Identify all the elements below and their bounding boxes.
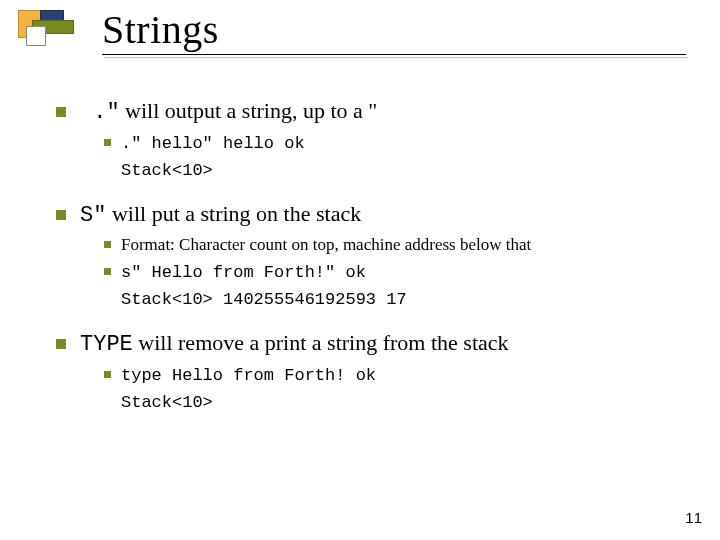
code-line: Stack<10> 140255546192593 17 xyxy=(121,289,680,312)
sub-bullet-item: ." hello" hello ok xyxy=(104,132,680,156)
bullet-text: will output a string, up to a " xyxy=(120,98,378,123)
code-line: ." hello" hello ok xyxy=(121,134,305,153)
square-bullet-icon xyxy=(104,139,111,146)
bullet-code: ." xyxy=(80,100,120,125)
sub-bullet-text: Format: Character count on top, machine … xyxy=(121,235,531,254)
square-bullet-icon xyxy=(104,268,111,275)
sub-bullet-item: Format: Character count on top, machine … xyxy=(104,234,680,257)
bullet-code: TYPE xyxy=(80,332,133,357)
code-line: Stack<10> xyxy=(121,392,680,415)
bullet-item: TYPE will remove a print a string from t… xyxy=(56,328,680,360)
square-bullet-icon xyxy=(104,241,111,248)
sub-bullet-item: s" Hello from Forth!" ok xyxy=(104,261,680,285)
square-bullet-icon xyxy=(56,339,66,349)
bullet-text: will remove a print a string from the st… xyxy=(133,330,509,355)
bullet-item: ." will output a string, up to a " xyxy=(56,96,680,128)
code-line: Stack<10> xyxy=(121,160,680,183)
slide: Strings ." will output a string, up to a… xyxy=(0,0,720,540)
code-line: s" Hello from Forth!" ok xyxy=(121,263,366,282)
bullet-item: S" will put a string on the stack xyxy=(56,199,680,231)
bullet-code: S" xyxy=(80,203,106,228)
logo-square-white xyxy=(26,26,46,46)
sub-bullet-item: type Hello from Forth! ok xyxy=(104,364,680,388)
square-bullet-icon xyxy=(104,371,111,378)
code-line: type Hello from Forth! ok xyxy=(121,366,376,385)
slide-title: Strings xyxy=(102,6,219,53)
logo-graphic xyxy=(18,10,88,54)
bullet-text: will put a string on the stack xyxy=(106,201,361,226)
title-underline xyxy=(102,54,686,55)
slide-body: ." will output a string, up to a " ." he… xyxy=(56,86,680,415)
square-bullet-icon xyxy=(56,210,66,220)
title-underline-shadow xyxy=(104,57,688,58)
square-bullet-icon xyxy=(56,107,66,117)
page-number: 11 xyxy=(685,509,702,526)
